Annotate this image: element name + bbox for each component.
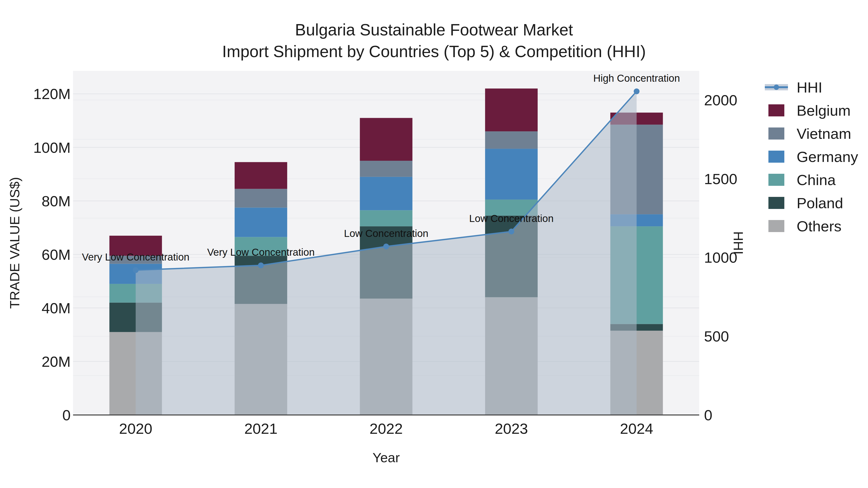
legend-item-belgium[interactable]: Belgium <box>760 99 858 122</box>
y-left-tick-80M: 80M <box>41 193 71 209</box>
bar-segment-2022-germany[interactable] <box>360 177 412 210</box>
legend-item-hhi[interactable]: HHI <box>760 76 858 99</box>
legend-label-hhi: HHI <box>797 79 823 96</box>
legend-swatch-poland <box>768 197 784 209</box>
bar-segment-2023-germany[interactable] <box>485 149 538 199</box>
bar-segment-2023-vietnam[interactable] <box>485 131 538 149</box>
y-left-tick-60M: 60M <box>41 246 71 263</box>
hhi-legend-symbol <box>765 83 788 91</box>
hhi-marker-2024[interactable] <box>633 89 640 94</box>
y-right-tick-0: 0 <box>704 407 712 423</box>
x-tick-2020: 2020 <box>119 420 152 437</box>
x-axis-title: Year <box>73 450 699 465</box>
legend-swatch-others <box>768 220 784 232</box>
legend-item-germany[interactable]: Germany <box>760 145 858 168</box>
y-right-tick-1500: 1500 <box>704 171 737 187</box>
y-left-tick-0: 0 <box>62 407 71 423</box>
legend-swatch-icon <box>760 128 793 139</box>
x-tick-2024: 2024 <box>620 420 653 437</box>
hhi-marker-2020[interactable] <box>133 267 138 273</box>
legend-swatch-icon <box>760 197 793 209</box>
x-tick-2023: 2023 <box>495 420 528 437</box>
legend-label-poland: Poland <box>797 194 843 212</box>
hhi-marker-2023[interactable] <box>508 229 514 234</box>
legend-label-germany: Germany <box>797 148 858 165</box>
legend-label-vietnam: Vietnam <box>797 125 851 142</box>
x-tick-2021: 2021 <box>244 420 278 437</box>
bar-segment-2021-belgium[interactable] <box>235 162 287 189</box>
y-left-tick-100M: 100M <box>33 139 71 156</box>
legend-swatch-icon <box>760 174 793 186</box>
y-right-tick-2000: 2000 <box>704 92 737 108</box>
y-left-tick-40M: 40M <box>41 300 71 317</box>
legend-label-china: China <box>797 171 836 189</box>
bar-segment-2022-china[interactable] <box>360 210 412 227</box>
bar-segment-2022-belgium[interactable] <box>360 118 412 161</box>
y-left-tick-20M: 20M <box>41 353 71 370</box>
x-tick-2022: 2022 <box>370 420 403 437</box>
legend-item-china[interactable]: China <box>760 168 858 191</box>
legend-item-others[interactable]: Others <box>760 215 858 238</box>
annotation-2023: Low Concentration <box>469 213 554 224</box>
legend-swatch-icon <box>760 220 793 232</box>
legend-swatch-icon <box>760 151 793 163</box>
annotation-2024: High Concentration <box>593 72 680 84</box>
bar-segment-2021-vietnam[interactable] <box>235 189 287 208</box>
y-right-axis-title: HHI <box>731 231 746 255</box>
hhi-legend-dot <box>774 85 779 90</box>
bar-segment-2023-belgium[interactable] <box>485 89 538 131</box>
y-right-tick-500: 500 <box>704 328 729 345</box>
annotation-2022: Low Concentration <box>344 228 428 239</box>
y-left-axis-title: TRADE VALUE (US$) <box>7 177 23 309</box>
y-left-tick-120M: 120M <box>33 86 71 102</box>
legend-swatch-china <box>768 174 784 186</box>
bar-segment-2022-vietnam[interactable] <box>360 161 412 177</box>
hhi-marker-2021[interactable] <box>258 262 264 268</box>
legend-swatch-icon <box>760 104 793 117</box>
hhi-line-icon <box>760 83 793 91</box>
legend-swatch-vietnam <box>768 128 784 139</box>
legend-swatch-belgium <box>768 104 784 117</box>
legend-item-poland[interactable]: Poland <box>760 191 858 215</box>
annotation-2021: Very Low Concentration <box>207 247 315 258</box>
annotation-2020: Very Low Concentration <box>82 251 189 263</box>
bar-segment-2021-germany[interactable] <box>235 207 287 237</box>
legend-label-belgium: Belgium <box>797 102 850 119</box>
legend: HHIBelgiumVietnamGermanyChinaPolandOther… <box>760 76 858 238</box>
legend-swatch-germany <box>768 151 784 163</box>
legend-label-others: Others <box>797 218 841 235</box>
chart-page: Bulgaria Sustainable Footwear Market Imp… <box>0 0 868 488</box>
hhi-marker-2022[interactable] <box>383 243 389 250</box>
legend-item-vietnam[interactable]: Vietnam <box>760 122 858 145</box>
